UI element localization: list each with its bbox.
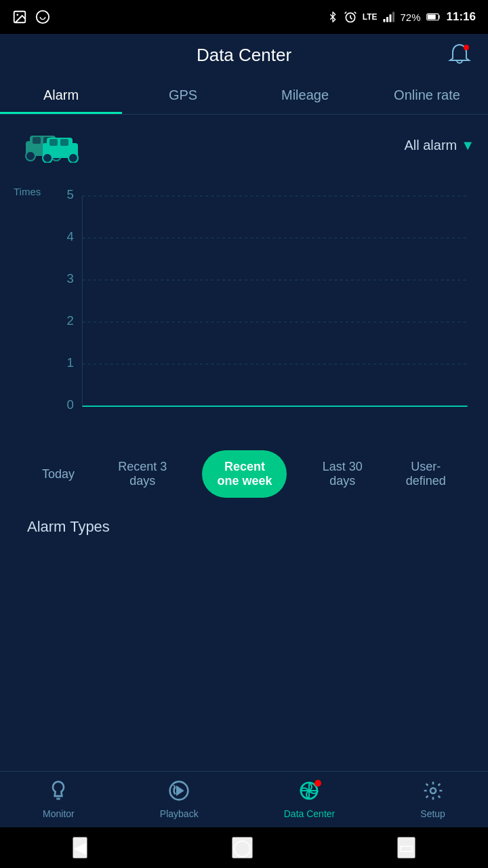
svg-rect-7: [392, 12, 394, 22]
battery-icon: [426, 12, 441, 22]
svg-text:5: 5: [67, 187, 74, 201]
page-title: Data Center: [197, 45, 291, 66]
svg-rect-5: [386, 17, 388, 22]
recents-button[interactable]: ▭: [397, 837, 415, 859]
svg-text:3: 3: [67, 271, 74, 285]
svg-text:4: 4: [67, 229, 74, 243]
nav-item-setup[interactable]: Setup: [420, 780, 445, 819]
data-center-icon-container: [298, 780, 320, 804]
setup-icon: [422, 780, 444, 802]
time-range-selector: Today Recent 3days Recentone week Last 3…: [14, 437, 474, 505]
monitor-icon: [47, 780, 69, 802]
back-button[interactable]: ◀: [73, 837, 87, 859]
nav-label-playback: Playback: [160, 808, 199, 819]
tab-alarm[interactable]: Alarm: [0, 77, 122, 114]
alarm-clock-icon: [344, 10, 357, 24]
image-icon: [12, 9, 27, 24]
time-btn-recent-week[interactable]: Recentone week: [202, 450, 287, 498]
tab-mileage[interactable]: Mileage: [244, 77, 366, 114]
status-right-icons: LTE 72% 11:16: [327, 10, 476, 24]
svg-point-2: [37, 11, 49, 23]
status-bar: LTE 72% 11:16: [0, 0, 488, 34]
bell-icon: [445, 39, 474, 69]
signal-icon: [382, 11, 394, 23]
nav-notification-dot: [314, 780, 321, 787]
nav-item-monitor[interactable]: Monitor: [43, 780, 75, 819]
alarm-header-row: All alarm ▼: [14, 125, 474, 165]
status-time: 11:16: [447, 10, 476, 24]
svg-text:0: 0: [67, 397, 74, 412]
whatsapp-icon: [35, 9, 50, 24]
tab-bar: Alarm GPS Mileage Online rate: [0, 77, 488, 115]
svg-rect-4: [384, 19, 386, 22]
dropdown-arrow-icon: ▼: [461, 138, 474, 153]
time-btn-recent3[interactable]: Recent 3days: [110, 454, 175, 494]
home-button[interactable]: ◯: [232, 837, 253, 859]
time-btn-last30[interactable]: Last 30days: [314, 454, 371, 494]
svg-point-22: [68, 153, 78, 163]
android-nav-bar: ◀ ◯ ▭: [0, 827, 488, 868]
status-left-icons: [12, 9, 50, 24]
svg-rect-6: [390, 14, 392, 22]
svg-point-15: [26, 151, 35, 161]
tab-online-rate[interactable]: Online rate: [366, 77, 488, 114]
time-btn-today[interactable]: Today: [34, 462, 83, 487]
nav-label-data-center: Data Center: [284, 808, 335, 819]
bottom-nav: Monitor Playback Data Center: [0, 771, 488, 827]
alarm-chart: Times 5 4 3 2 1 0: [14, 179, 474, 437]
nav-label-monitor: Monitor: [43, 808, 75, 819]
nav-item-playback[interactable]: Playback: [160, 780, 199, 819]
alarm-types-title: Alarm Types: [27, 518, 461, 536]
svg-rect-20: [60, 139, 68, 146]
playback-icon-container: [168, 780, 190, 804]
svg-rect-13: [33, 137, 41, 144]
monitor-icon-container: [47, 780, 69, 804]
svg-text:2: 2: [67, 313, 74, 328]
app-header: Data Center: [0, 34, 488, 77]
car-icon: [14, 125, 81, 165]
bluetooth-icon: [327, 10, 338, 24]
nav-label-setup: Setup: [420, 808, 445, 819]
svg-rect-19: [49, 139, 58, 146]
svg-text:1: 1: [67, 355, 74, 370]
playback-icon: [168, 780, 190, 802]
notification-bell-button[interactable]: [445, 39, 474, 72]
main-content: All alarm ▼ Times 5 4 3 2: [0, 115, 488, 571]
svg-point-1: [16, 14, 18, 16]
tab-gps[interactable]: GPS: [122, 77, 244, 114]
svg-point-10: [464, 45, 469, 50]
time-btn-user-defined[interactable]: User-defined: [398, 454, 454, 494]
setup-icon-container: [422, 780, 444, 804]
lte-indicator: LTE: [363, 12, 378, 22]
nav-item-data-center[interactable]: Data Center: [284, 780, 335, 819]
y-axis-label: Times: [14, 186, 41, 197]
svg-point-40: [430, 788, 436, 793]
svg-point-21: [43, 153, 52, 163]
battery-percentage: 72%: [400, 12, 420, 23]
svg-rect-9: [427, 14, 435, 19]
all-alarm-dropdown[interactable]: All alarm ▼: [404, 138, 474, 153]
alarm-types-section: Alarm Types: [14, 505, 474, 560]
